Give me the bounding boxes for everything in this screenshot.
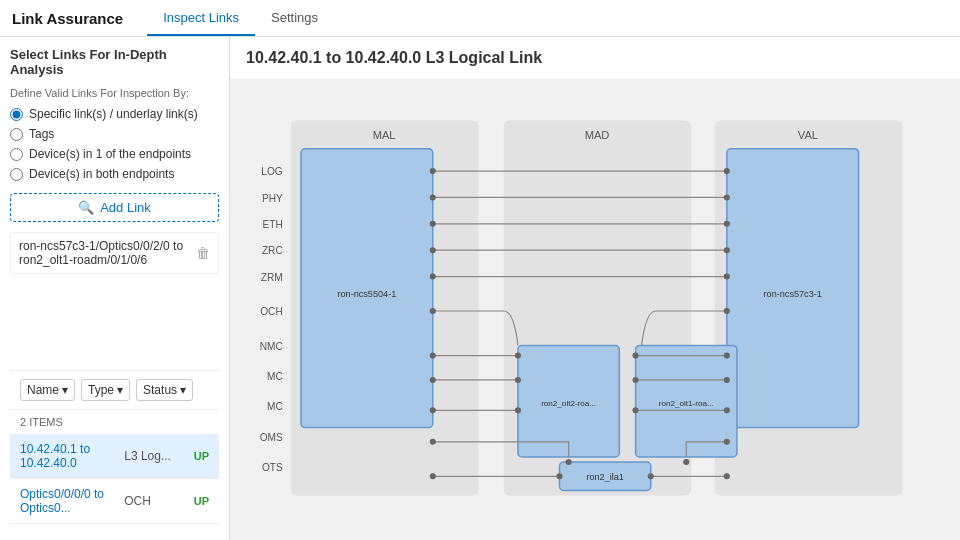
dot-nmc-left (430, 353, 436, 359)
node-ron2-ila1-label: ron2_ila1 (586, 472, 623, 482)
node-ron-ncs5504-1-label: ron-ncs5504-1 (338, 289, 397, 299)
dot-mc1-left (430, 377, 436, 383)
dot-left-och (430, 308, 436, 314)
layer-phy: PHY (262, 193, 283, 204)
node-ron-ncs57c3-1-label: ron-ncs57c3-1 (764, 289, 822, 299)
diagram-title: 10.42.40.1 to 10.42.40.0 L3 Logical Link (230, 37, 960, 80)
items-count: 2 ITEMS (10, 409, 219, 434)
dot-right-eth (724, 221, 730, 227)
sidebar-link-item: ron-ncs57c3-1/Optics0/0/2/0 to ron2_olt1… (10, 232, 219, 274)
link-list-item[interactable]: 10.42.40.1 to 10.42.40.0 L3 Log... UP (10, 434, 219, 479)
dot-oms-left (430, 439, 436, 445)
dot-left-eth (430, 221, 436, 227)
dot-mc1-mid-left (515, 377, 521, 383)
dot-right-phy (724, 194, 730, 200)
val-label: VAL (798, 129, 818, 141)
node-ron2-olt1-label: ron2_olt1-roa... (659, 399, 714, 408)
chevron-down-icon: ▾ (117, 383, 123, 397)
main-layout: Select Links For In-Depth Analysis Defin… (0, 37, 960, 540)
dot-ots-right (724, 473, 730, 479)
dot-nmc-mid-left (515, 353, 521, 359)
layer-eth: ETH (262, 219, 282, 230)
sidebar: Select Links For In-Depth Analysis Defin… (0, 37, 230, 540)
mal-label: MAL (373, 129, 396, 141)
radio-tags[interactable]: Tags (10, 127, 219, 141)
radio-specific[interactable]: Specific link(s) / underlay link(s) (10, 107, 219, 121)
dot-nmc-right (724, 353, 730, 359)
dot-left-log (430, 168, 436, 174)
chevron-down-icon: ▾ (62, 383, 68, 397)
dot-ots-left-ron (556, 473, 562, 479)
dot-left-zrc (430, 247, 436, 253)
layer-zrm: ZRM (261, 272, 283, 283)
layer-mc1: MC (267, 371, 283, 382)
link-list-item[interactable]: Optics0/0/0/0 to Optics0... OCH UP (10, 479, 219, 524)
layer-och: OCH (260, 306, 283, 317)
dot-oms-right (724, 439, 730, 445)
dot-ots-left (430, 473, 436, 479)
right-panel: 10.42.40.1 to 10.42.40.0 L3 Logical Link… (230, 37, 960, 540)
dot-oms-mid-right (683, 459, 689, 465)
dot-mc2-left (430, 407, 436, 413)
dot-mc2-right (724, 407, 730, 413)
diagram-area: MAL MAD VAL LOG PHY ETH ZRC ZRM OCH NMC … (230, 80, 960, 540)
node-ron2-olt2-label: ron2_olt2-roa... (541, 399, 596, 408)
dot-left-phy (430, 194, 436, 200)
nav-tabs: Inspect Links Settings (147, 0, 334, 36)
layer-log: LOG (261, 166, 283, 177)
diagram-svg: MAL MAD VAL LOG PHY ETH ZRC ZRM OCH NMC … (230, 80, 960, 540)
filter-bar: Name ▾ Type ▾ Status ▾ (10, 370, 219, 409)
name-filter[interactable]: Name ▾ (20, 379, 75, 401)
type-filter[interactable]: Type ▾ (81, 379, 130, 401)
dot-ots-right-ron (648, 473, 654, 479)
link-list: 10.42.40.1 to 10.42.40.0 L3 Log... UP Op… (10, 434, 219, 530)
add-link-button[interactable]: 🔍 Add Link (10, 193, 219, 222)
tab-settings[interactable]: Settings (255, 0, 334, 36)
dot-mc2-mid-left (515, 407, 521, 413)
radio-group: Specific link(s) / underlay link(s) Tags… (10, 107, 219, 181)
filter-label: Define Valid Links For Inspection By: (10, 87, 219, 99)
dot-mc1-right (724, 377, 730, 383)
radio-device2[interactable]: Device(s) in both endpoints (10, 167, 219, 181)
search-icon: 🔍 (78, 200, 94, 215)
chevron-down-icon: ▾ (180, 383, 186, 397)
dot-mc1-mid-right (633, 377, 639, 383)
tab-inspect-links[interactable]: Inspect Links (147, 0, 255, 36)
dot-oms-mid-left (566, 459, 572, 465)
dot-right-zrm (724, 274, 730, 280)
layer-zrc: ZRC (262, 245, 283, 256)
sidebar-title: Select Links For In-Depth Analysis (10, 47, 219, 77)
dot-right-log (724, 168, 730, 174)
layer-mc2: MC (267, 401, 283, 412)
dot-nmc-mid-right (633, 353, 639, 359)
layer-ots: OTS (262, 462, 283, 473)
layer-nmc: NMC (260, 341, 283, 352)
header: Link Assurance Inspect Links Settings (0, 0, 960, 37)
dot-mc2-mid-right (633, 407, 639, 413)
status-filter[interactable]: Status ▾ (136, 379, 193, 401)
dot-right-zrc (724, 247, 730, 253)
mad-label: MAD (585, 129, 610, 141)
dot-right-och (724, 308, 730, 314)
dot-left-zrm (430, 274, 436, 280)
app-title: Link Assurance (12, 10, 123, 27)
delete-link-icon[interactable]: 🗑 (196, 245, 210, 261)
layer-oms: OMS (260, 432, 283, 443)
radio-device1[interactable]: Device(s) in 1 of the endpoints (10, 147, 219, 161)
